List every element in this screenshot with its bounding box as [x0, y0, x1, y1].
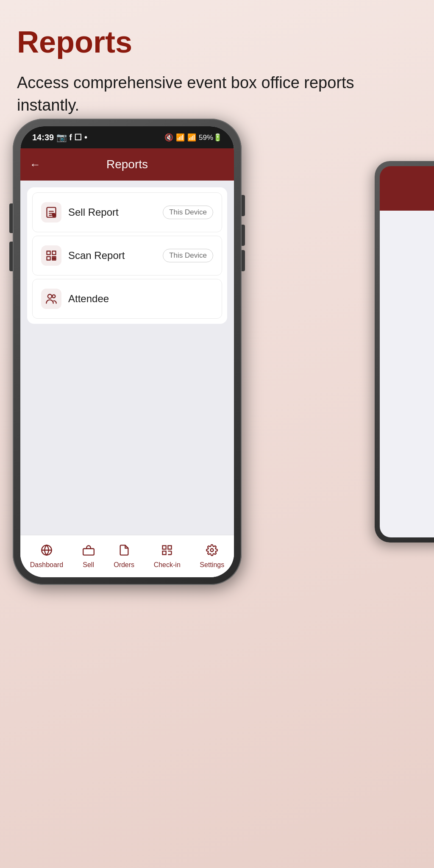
- status-icons: 🔇 📶 📶 59%🔋: [164, 133, 222, 142]
- attendee-report-icon: [41, 289, 61, 309]
- sell-label: Sell: [83, 561, 94, 569]
- nav-dashboard[interactable]: Dashboard: [24, 541, 69, 572]
- second-phone-mockup: [375, 161, 434, 542]
- dashboard-label: Dashboard: [30, 561, 63, 569]
- settings-label: Settings: [200, 561, 224, 569]
- nav-orders[interactable]: Orders: [108, 541, 140, 572]
- scan-report-badge: This Device: [163, 249, 213, 262]
- nav-settings[interactable]: Settings: [194, 541, 230, 572]
- svg-rect-17: [83, 548, 94, 555]
- page-header: Reports Access comprehensive event box o…: [17, 25, 417, 117]
- svg-point-14: [52, 295, 55, 298]
- svg-rect-9: [52, 256, 54, 258]
- status-time: 14:39 📷 f ☐ •: [32, 132, 87, 142]
- svg-rect-8: [47, 256, 50, 260]
- svg-rect-12: [54, 259, 56, 260]
- checkin-icon: [161, 544, 173, 559]
- svg-rect-7: [52, 251, 56, 255]
- attendee-report-label: Attendee: [68, 293, 109, 305]
- sell-report-label: Sell Report: [68, 206, 119, 218]
- nav-sell[interactable]: Sell: [77, 541, 100, 572]
- dashboard-icon: [41, 544, 53, 559]
- scan-report-label: Scan Report: [68, 250, 125, 262]
- mute-icon: 🔇: [164, 133, 173, 142]
- reports-card: $ Sell Report This Device: [27, 187, 227, 324]
- svg-rect-11: [52, 259, 54, 260]
- wifi-icon: 📶: [176, 133, 185, 142]
- svg-rect-6: [47, 251, 50, 255]
- sell-report-icon: $: [41, 202, 61, 223]
- sell-icon: [83, 544, 95, 559]
- battery-text: 59%🔋: [199, 133, 222, 142]
- app-main: $ Sell Report This Device: [20, 181, 234, 577]
- bottom-nav: Dashboard Sell: [20, 535, 234, 577]
- sell-report-item[interactable]: $ Sell Report This Device: [32, 192, 222, 232]
- app-screen: ← Reports: [20, 148, 234, 577]
- app-header-title: Reports: [106, 158, 148, 171]
- back-button[interactable]: ←: [30, 158, 41, 171]
- svg-text:$: $: [53, 214, 55, 217]
- orders-label: Orders: [114, 561, 134, 569]
- signal-icon: 📶: [187, 133, 196, 142]
- svg-rect-19: [168, 545, 172, 549]
- svg-point-13: [48, 295, 52, 298]
- sell-report-badge: This Device: [163, 206, 213, 219]
- svg-rect-18: [163, 545, 166, 549]
- attendee-report-item[interactable]: Attendee: [32, 279, 222, 319]
- svg-point-24: [211, 548, 214, 551]
- scan-report-icon: [41, 245, 61, 266]
- svg-rect-20: [163, 551, 166, 554]
- phone-mockup: 14:39 📷 f ☐ • 🔇 📶 📶 59%🔋 ← Reports: [13, 119, 250, 848]
- nav-checkin[interactable]: Check-in: [148, 541, 186, 572]
- page-title: Reports: [17, 25, 417, 59]
- orders-icon: [118, 544, 130, 559]
- scan-report-item[interactable]: Scan Report This Device: [32, 236, 222, 275]
- app-header: ← Reports: [20, 148, 234, 181]
- svg-rect-10: [54, 256, 56, 258]
- checkin-label: Check-in: [154, 561, 181, 569]
- page-subtitle: Access comprehensive event box office re…: [17, 72, 417, 117]
- settings-icon: [206, 544, 218, 559]
- status-bar: 14:39 📷 f ☐ • 🔇 📶 📶 59%🔋: [20, 126, 234, 148]
